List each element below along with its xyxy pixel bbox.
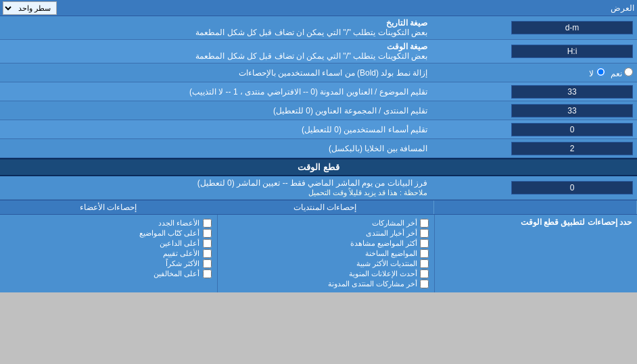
- stat-item-col1-4: المنتديات الأكثر شبية: [223, 259, 429, 268]
- date-format-desc: صيغة التاريخ بعض التكوينات يتطلب "/" الت…: [0, 16, 434, 39]
- stat-checkbox-col1-3[interactable]: [420, 249, 429, 258]
- cutoff-input-container: [434, 179, 637, 197]
- forum-order-row: تقليم المنتدى / المجموعة العناوين (0 للت…: [0, 101, 637, 120]
- time-format-input[interactable]: [511, 45, 633, 58]
- bold-radio-group: نعم لا: [589, 68, 633, 78]
- cutoff-label: فرز البيانات من يوم الماشر الماضي فقط --…: [0, 176, 434, 199]
- stat-label-col2-0: الأعضاء الجدد: [158, 219, 199, 228]
- stat-item-col1-3: المواضيع الساخنة: [223, 249, 429, 258]
- bold-yes-radio[interactable]: [624, 68, 633, 76]
- stats-col1-header: إحصاءات المنتديات: [217, 201, 435, 214]
- stat-checkbox-col1-6[interactable]: [420, 280, 429, 288]
- cell-spacing-row: المسافة بين الخلايا (بالبكسل): [0, 139, 637, 158]
- topic-order-row: تقليم الموضوع / العناوين المدونة (0 -- ا…: [0, 82, 637, 101]
- stat-item-col2-3: الأعلى تقييم: [5, 249, 212, 258]
- stat-label-col1-6: أخر مشاركات المنتدى المدونة: [328, 280, 417, 288]
- users-trim-row: تقليم أسماء المستخدمين (0 للتعطيل): [0, 120, 637, 139]
- cell-spacing-input[interactable]: [511, 142, 633, 155]
- forum-order-input[interactable]: [511, 104, 633, 118]
- stat-item-col1-6: أخر مشاركات المنتدى المدونة: [223, 280, 429, 288]
- date-format-input-container: [434, 19, 637, 36]
- date-format-input[interactable]: [511, 21, 633, 34]
- stat-label-col2-5: أعلى المخالفين: [154, 269, 199, 278]
- stat-item-col1-5: أحدث الإعلانات المنوية: [223, 269, 429, 278]
- topic-order-label: تقليم الموضوع / العناوين المدونة (0 -- ا…: [0, 85, 434, 99]
- stat-label-col1-1: أخر أخبار المنتدى: [366, 229, 417, 238]
- stat-label-col1-4: المنتديات الأكثر شبية: [356, 259, 417, 268]
- stats-body: حدد إحصاءات لتطبيق قطع الوقت أخر المشارك…: [0, 215, 637, 292]
- stat-label-col1-2: أكثر المواضيع مشاهدة: [350, 239, 417, 248]
- cutoff-row: فرز البيانات من يوم الماشر الماضي فقط --…: [0, 176, 637, 200]
- users-trim-label: تقليم أسماء المستخدمين (0 للتعطيل): [0, 123, 434, 136]
- stats-section-header-row: إحصاءات المنتديات إحصاءات الأعضاء: [0, 200, 637, 215]
- date-format-row: صيغة التاريخ بعض التكوينات يتطلب "/" الت…: [0, 16, 637, 40]
- topic-order-input-container: [434, 83, 637, 101]
- stat-label-col2-4: الأكثر شكراً: [166, 259, 199, 268]
- header-row: العرض سطر واحد سطران ثلاثة أسطر: [0, 0, 637, 16]
- stats-col2-body: الأعضاء الجدد أعلى كتّاب المواضيع أعلى ا…: [0, 215, 217, 292]
- view-select[interactable]: سطر واحد سطران ثلاثة أسطر: [3, 1, 57, 15]
- stat-checkbox-col2-3[interactable]: [203, 249, 212, 258]
- stat-label-col1-3: المواضيع الساخنة: [365, 249, 417, 258]
- cell-spacing-input-container: [434, 140, 637, 157]
- users-trim-input-container: [434, 121, 637, 138]
- bold-yes-label[interactable]: نعم: [611, 68, 633, 78]
- stats-right-header: [434, 201, 637, 214]
- bold-remove-row: نعم لا إزالة نمط بولد (Bold) من اسماء ال…: [0, 63, 637, 82]
- stats-col2-header: إحصاءات الأعضاء: [0, 201, 217, 214]
- main-container: العرض سطر واحد سطران ثلاثة أسطر صيغة الت…: [0, 0, 637, 292]
- cutoff-input[interactable]: [511, 181, 633, 194]
- stat-item-col1-2: أكثر المواضيع مشاهدة: [223, 239, 429, 248]
- time-format-input-container: [434, 43, 637, 60]
- stat-item-col1-1: أخر أخبار المنتدى: [223, 229, 429, 238]
- cell-spacing-label: المسافة بين الخلايا (بالبكسل): [0, 142, 434, 155]
- stat-checkbox-col2-1[interactable]: [203, 229, 212, 238]
- bold-remove-radio-container: نعم لا: [434, 66, 637, 80]
- stat-item-col2-4: الأكثر شكراً: [5, 259, 212, 268]
- stat-checkbox-col1-5[interactable]: [420, 269, 429, 278]
- cutoff-section-header: قطع الوقت: [0, 158, 637, 176]
- stat-checkbox-col2-2[interactable]: [203, 239, 212, 248]
- stat-checkbox-col2-5[interactable]: [203, 269, 212, 278]
- stat-label-col1-5: أحدث الإعلانات المنوية: [349, 269, 417, 278]
- stat-label-col2-1: أعلى كتّاب المواضيع: [139, 229, 199, 238]
- stats-col1-body: أخر المشاركات أخر أخبار المنتدى أكثر الم…: [217, 215, 435, 292]
- users-trim-input[interactable]: [511, 123, 633, 136]
- bold-remove-label: إزالة نمط بولد (Bold) من اسماء المستخدمي…: [0, 66, 434, 80]
- stats-right-col: حدد إحصاءات لتطبيق قطع الوقت: [434, 215, 637, 292]
- stat-item-col2-2: أعلى الداعين: [5, 239, 212, 248]
- stat-checkbox-col2-4[interactable]: [203, 259, 212, 268]
- stat-checkbox-col1-2[interactable]: [420, 239, 429, 248]
- stat-checkbox-col2-0[interactable]: [203, 219, 212, 228]
- forum-order-label: تقليم المنتدى / المجموعة العناوين (0 للت…: [0, 104, 434, 118]
- stat-checkbox-col1-0[interactable]: [420, 219, 429, 228]
- stat-item-col2-1: أعلى كتّاب المواضيع: [5, 229, 212, 238]
- time-format-row: صيغة الوقت بعض التكوينات يتطلب "/" التي …: [0, 40, 637, 63]
- forum-order-input-container: [434, 102, 637, 120]
- stat-checkbox-col1-1[interactable]: [420, 229, 429, 238]
- bold-no-label[interactable]: لا: [589, 68, 605, 78]
- stat-label-col2-2: أعلى الداعين: [160, 239, 199, 248]
- stat-item-col1-0: أخر المشاركات: [223, 219, 429, 228]
- topic-order-input[interactable]: [511, 85, 633, 99]
- right-header-label: العرض: [61, 3, 634, 13]
- stat-checkbox-col1-4[interactable]: [420, 259, 429, 268]
- stat-label-col2-3: الأعلى تقييم: [163, 249, 199, 258]
- stat-item-col2-0: الأعضاء الجدد: [5, 219, 212, 228]
- bold-no-radio[interactable]: [596, 68, 605, 76]
- stat-label-col1-0: أخر المشاركات: [372, 219, 417, 228]
- stats-apply-label: حدد إحصاءات لتطبيق قطع الوقت: [440, 217, 632, 227]
- stat-item-col2-5: أعلى المخالفين: [5, 269, 212, 278]
- time-format-desc: صيغة الوقت بعض التكوينات يتطلب "/" التي …: [0, 40, 434, 63]
